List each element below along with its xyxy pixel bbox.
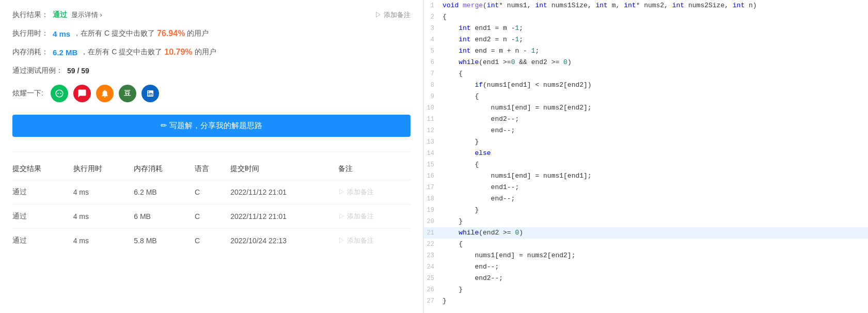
submission-lang-2: C xyxy=(195,229,230,253)
code-line: 19 } xyxy=(424,205,868,216)
col-header-date: 提交时间 xyxy=(230,160,338,180)
line-number: 21 xyxy=(424,227,443,239)
line-number: 10 xyxy=(424,102,443,114)
code-content: int end1 = m -1; xyxy=(443,23,868,34)
time-beat-text: ，在所有 C 提交中击败了 xyxy=(73,29,155,38)
code-content: nums1[end] = nums1[end1]; xyxy=(443,170,868,182)
code-content: while(end2 >= 0) xyxy=(443,227,868,239)
cases-row: 通过测试用例： 59 / 59 xyxy=(12,66,411,75)
code-content: end--; xyxy=(443,193,868,205)
col-header-result: 提交结果 xyxy=(12,160,73,180)
submissions-table: 提交结果 执行用时 内存消耗 语言 提交时间 备注 通过 4 ms 6.2 MB… xyxy=(12,160,411,253)
col-header-lang: 语言 xyxy=(195,160,230,180)
wechat-share-btn[interactable] xyxy=(51,85,68,102)
mem-label: 内存消耗： xyxy=(12,48,49,57)
add-note-header-btn[interactable]: ▷ 添加备注 xyxy=(375,10,411,20)
code-line: 3 int end1 = m -1; xyxy=(424,23,868,34)
code-content: } xyxy=(443,136,868,148)
time-pct: 76.94% xyxy=(157,29,185,38)
time-row: 执行用时： 4 ms ，在所有 C 提交中击败了 76.94% 的用户 xyxy=(12,29,411,38)
code-line: 21 while(end2 >= 0) xyxy=(424,227,868,239)
submission-result-2[interactable]: 通过 xyxy=(12,229,73,253)
weibo-share-btn[interactable] xyxy=(73,85,91,102)
time-label: 执行用时： xyxy=(12,29,49,38)
linkedin-share-btn[interactable] xyxy=(141,85,159,102)
table-row: 通过 4 ms 6 MB C 2022/11/12 21:01 ▷ 添加备注 xyxy=(12,205,411,229)
code-content: { xyxy=(443,68,868,80)
notification-share-btn[interactable] xyxy=(96,85,114,102)
add-note-btn-1[interactable]: ▷ 添加备注 xyxy=(338,212,404,221)
douban-share-btn[interactable]: 豆 xyxy=(119,85,136,102)
code-line: 2{ xyxy=(424,11,868,23)
code-content: if(nums1[end1] < nums2[end2]) xyxy=(443,80,868,91)
code-line: 14 else xyxy=(424,148,868,159)
submission-time-2: 4 ms xyxy=(73,229,134,253)
line-number: 22 xyxy=(424,239,443,250)
code-content: end--; xyxy=(443,261,868,273)
code-line: 6 while(end1 >=0 && end2 >= 0) xyxy=(424,57,868,68)
line-number: 27 xyxy=(424,295,443,307)
table-row: 通过 4 ms 5.8 MB C 2022/10/24 22:13 ▷ 添加备注 xyxy=(12,229,411,253)
code-content: nums1[end] = nums2[end2]; xyxy=(443,102,868,114)
line-number: 9 xyxy=(424,91,443,102)
code-line: 25 end2--; xyxy=(424,273,868,284)
line-number: 7 xyxy=(424,68,443,80)
line-number: 12 xyxy=(424,125,443,136)
code-line: 22 { xyxy=(424,239,868,250)
mem-row: 内存消耗： 6.2 MB ，在所有 C 提交中击败了 10.79% 的用户 xyxy=(12,48,411,57)
submission-result-0[interactable]: 通过 xyxy=(12,180,73,205)
result-detail-link[interactable]: 显示详情 › xyxy=(71,10,102,20)
code-content: end2--; xyxy=(443,114,868,125)
code-line: 20 } xyxy=(424,216,868,227)
line-number: 15 xyxy=(424,159,443,170)
code-content: void merge(int* nums1, int nums1Size, in… xyxy=(443,0,868,11)
line-number: 3 xyxy=(424,23,443,34)
line-number: 23 xyxy=(424,250,443,261)
code-content: end2--; xyxy=(443,273,868,284)
table-row: 通过 4 ms 6.2 MB C 2022/11/12 21:01 ▷ 添加备注 xyxy=(12,180,411,205)
social-label: 炫耀一下: xyxy=(12,89,43,98)
line-number: 13 xyxy=(424,136,443,148)
code-line: 18 end--; xyxy=(424,193,868,205)
mem-pct: 10.79% xyxy=(164,48,192,57)
code-line: 10 nums1[end] = nums2[end2]; xyxy=(424,102,868,114)
code-content: } xyxy=(443,284,868,295)
code-content: nums1[end] = nums2[end2]; xyxy=(443,250,868,261)
code-line: 24 end--; xyxy=(424,261,868,273)
submission-time-1: 4 ms xyxy=(73,205,134,229)
col-header-time: 执行用时 xyxy=(73,160,134,180)
result-row: 执行结果： 通过 显示详情 › ▷ 添加备注 xyxy=(12,10,411,20)
add-note-btn-2[interactable]: ▷ 添加备注 xyxy=(338,236,404,245)
code-line: 8 if(nums1[end1] < nums2[end2]) xyxy=(424,80,868,91)
submission-mem-2: 5.8 MB xyxy=(134,229,195,253)
line-number: 18 xyxy=(424,193,443,205)
code-line: 26 } xyxy=(424,284,868,295)
write-solution-btn[interactable]: ✏ 写题解，分享我的解题思路 xyxy=(12,115,411,137)
code-content: { xyxy=(443,91,868,102)
add-note-btn-0[interactable]: ▷ 添加备注 xyxy=(338,187,404,197)
code-content: end1--; xyxy=(443,182,868,193)
code-line: 17 end1--; xyxy=(424,182,868,193)
submission-mem-1: 6 MB xyxy=(134,205,195,229)
code-editor: 1void merge(int* nums1, int nums1Size, i… xyxy=(424,0,868,313)
submission-mem-0: 6.2 MB xyxy=(134,180,195,205)
result-label: 执行结果： xyxy=(12,10,49,20)
social-row: 炫耀一下: 豆 xyxy=(12,85,411,102)
code-line: 9 { xyxy=(424,91,868,102)
line-number: 25 xyxy=(424,273,443,284)
cases-value: 59 / 59 xyxy=(67,67,89,75)
line-number: 19 xyxy=(424,205,443,216)
code-content: } xyxy=(443,205,868,216)
code-content: else xyxy=(443,148,868,159)
line-number: 16 xyxy=(424,170,443,182)
result-pass: 通过 xyxy=(53,10,67,20)
code-content: { xyxy=(443,11,868,23)
code-line: 1void merge(int* nums1, int nums1Size, i… xyxy=(424,0,868,11)
submission-result-1[interactable]: 通过 xyxy=(12,205,73,229)
left-panel: 执行结果： 通过 显示详情 › ▷ 添加备注 执行用时： 4 ms ，在所有 C… xyxy=(0,0,423,313)
line-number: 11 xyxy=(424,114,443,125)
code-content: end--; xyxy=(443,125,868,136)
code-line: 15 { xyxy=(424,159,868,170)
line-number: 6 xyxy=(424,57,443,68)
divider xyxy=(12,151,411,152)
